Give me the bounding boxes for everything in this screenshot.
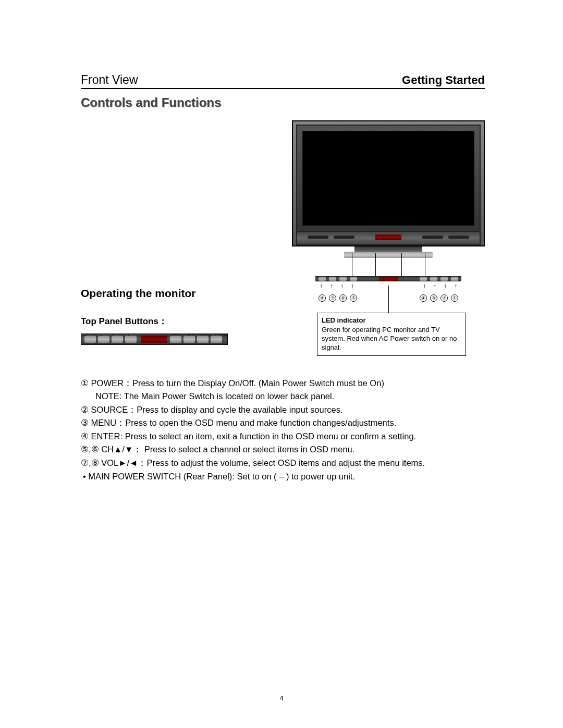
arrow-up-icon: ↑ [454, 282, 457, 290]
callout-button-strip [315, 276, 461, 281]
desc-vol: ⑦,⑧ VOL►/◄：Press to adjust the volume, s… [81, 456, 485, 470]
content-area: Operating the monitor Top Panel Buttons：… [81, 120, 485, 356]
mini-button [420, 277, 427, 281]
chin-button-group [422, 236, 443, 239]
mini-led-indicator [379, 277, 398, 281]
mini-button [350, 277, 357, 281]
mini-button [329, 277, 336, 281]
getting-started-label: Getting Started [402, 73, 485, 87]
mini-button [339, 277, 347, 281]
callout-number-2: ② [440, 294, 448, 302]
callout-number-8: ⑧ [319, 294, 326, 302]
leader-line [352, 253, 352, 279]
arrow-up-icon: ↑ [351, 282, 354, 290]
arrow-up-icon: ↑ [444, 282, 447, 290]
strip-button [197, 336, 209, 343]
led-indicator-box: LED indicator Green for operating PC mon… [317, 313, 466, 356]
button-strip-diagram: ◄ VOL ► ▼ CH ▲ ENTER MENU SOURCE POEWER [81, 334, 228, 345]
mini-button [319, 277, 326, 281]
strip-button [125, 336, 137, 343]
strip-led-indicator [141, 336, 167, 343]
callout-number-5: ⑤ [350, 294, 357, 302]
chin-button-group [448, 236, 469, 239]
arrow-up-icon: ↑ [433, 282, 436, 290]
mini-button [451, 277, 458, 281]
desc-menu: ③ MENU：Press to open the OSD menu and ma… [81, 416, 485, 430]
section-title: Controls and Functions [81, 95, 485, 110]
strip-button [183, 336, 195, 343]
chin-button-group [334, 236, 354, 239]
leader-line [425, 253, 425, 279]
tv-chin-panel [296, 232, 481, 245]
tv-screen [302, 131, 474, 226]
chin-button-group [308, 236, 328, 239]
tv-stand-neck [354, 246, 422, 252]
tv-stand-base [344, 252, 433, 258]
callout-number-1: ① [451, 294, 458, 302]
callout-number-3: ③ [430, 294, 437, 302]
right-column: ↑ ↑ ↑ ↑ ↑ ↑ ↑ ↑ ⑧ ⑦ ⑥ ⑤ ④ ③ ② ① LED indi… [292, 120, 485, 356]
desc-source: ② SOURCE：Press to display and cycle the … [81, 403, 485, 417]
desc-main-power: • MAIN POWER SWITCH (Rear Panel): Set to… [81, 470, 485, 484]
desc-enter: ④ ENTER: Press to select an item, exit a… [81, 430, 485, 443]
strip-button [211, 336, 222, 343]
mini-button [430, 277, 437, 281]
led-indicator-title: LED indicator [322, 316, 461, 325]
arrow-up-icon: ↑ [330, 282, 333, 290]
callout-number-4: ④ [420, 294, 427, 302]
led-indicator-body: Green for operating PC monitor and TV sy… [322, 326, 461, 352]
arrow-up-icon: ↑ [423, 282, 426, 290]
page-header: Front View Getting Started [81, 73, 485, 89]
arrow-up-icon: ↑ [320, 282, 323, 290]
operating-heading: Operating the monitor [81, 287, 283, 300]
callout-number-6: ⑥ [339, 294, 347, 302]
desc-ch: ⑤,⑥ CH▲/▼： Press to select a channel or … [81, 443, 485, 456]
front-view-label: Front View [81, 73, 138, 87]
top-panel-buttons-label: Top Panel Buttons： [81, 315, 283, 327]
page-number: 4 [0, 694, 563, 702]
leader-line [375, 253, 376, 279]
button-descriptions: ① POWER：Press to turn the Display On/Off… [81, 377, 485, 484]
strip-button [112, 336, 123, 343]
chin-led-indicator [375, 235, 401, 240]
desc-power: ① POWER：Press to turn the Display On/Off… [81, 377, 485, 390]
callout-number-7: ⑦ [329, 294, 336, 302]
leader-line [401, 253, 402, 279]
left-column: Operating the monitor Top Panel Buttons：… [81, 120, 283, 356]
arrow-up-icon: ↑ [340, 282, 344, 290]
tv-bezel [296, 125, 481, 232]
mini-button [440, 277, 448, 281]
tv-illustration [292, 120, 485, 246]
leader-line [388, 286, 389, 313]
strip-button [84, 336, 96, 343]
strip-button [98, 336, 109, 343]
strip-button [170, 336, 181, 343]
desc-power-note: NOTE: The Main Power Switch is located o… [81, 390, 485, 403]
